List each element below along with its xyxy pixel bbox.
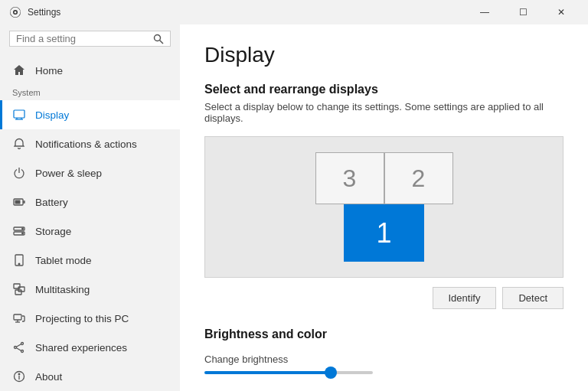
brightness-slider-track[interactable]: [204, 371, 373, 374]
sidebar-item-display[interactable]: Display: [0, 100, 180, 129]
brightness-slider-container[interactable]: [204, 371, 564, 374]
search-icon: [153, 34, 164, 44]
identify-button[interactable]: Identify: [433, 287, 497, 309]
sidebar-item-notifications[interactable]: Notifications & actions: [0, 129, 180, 158]
battery-icon: [12, 195, 26, 209]
projecting-icon: [12, 311, 26, 325]
maximize-button[interactable]: ☐: [505, 3, 541, 21]
sidebar-item-notifications-label: Notifications & actions: [35, 138, 137, 150]
window-controls: — ☐ ✕: [467, 3, 579, 21]
about-icon: [12, 370, 26, 383]
sidebar-item-power[interactable]: Power & sleep: [0, 158, 180, 187]
svg-rect-14: [14, 284, 20, 288]
sidebar-item-home[interactable]: Home: [0, 56, 180, 85]
sidebar-item-multitasking[interactable]: Multitasking: [0, 275, 180, 304]
sidebar-item-display-label: Display: [35, 109, 69, 121]
section1-desc: Select a display below to change its set…: [204, 101, 564, 124]
page-title: Display: [204, 43, 564, 67]
search-input[interactable]: [16, 33, 153, 44]
section1-title: Select and rearrange displays: [204, 83, 564, 96]
svg-rect-7: [15, 200, 21, 204]
svg-point-11: [22, 233, 24, 234]
monitor-arrangement: 3 2 1: [315, 152, 453, 262]
sidebar-item-multitasking-label: Multitasking: [35, 284, 90, 295]
sidebar-item-battery-label: Battery: [35, 197, 68, 208]
monitor-3[interactable]: 3: [315, 152, 384, 204]
app-body: Home System Display N: [0, 24, 588, 391]
display-preview: 3 2 1: [204, 136, 564, 278]
multitasking-icon: [12, 282, 26, 296]
svg-point-21: [15, 347, 17, 349]
sidebar-item-tablet-label: Tablet mode: [35, 255, 92, 266]
svg-point-13: [18, 263, 20, 265]
svg-point-10: [22, 228, 24, 230]
brightness-section-title: Brightness and color: [204, 327, 564, 341]
sidebar-item-shared-label: Shared experiences: [35, 342, 127, 354]
brightness-label: Change brightness: [204, 354, 564, 365]
sidebar-item-tablet[interactable]: Tablet mode: [0, 246, 180, 275]
svg-rect-17: [14, 314, 21, 320]
sidebar-item-projecting-label: Projecting to this PC: [35, 313, 129, 324]
sidebar-item-projecting[interactable]: Projecting to this PC: [0, 304, 180, 333]
svg-line-1: [160, 40, 164, 44]
svg-rect-2: [14, 110, 24, 118]
title-bar: Settings — ☐ ✕: [0, 0, 588, 24]
sidebar-item-about[interactable]: About: [0, 362, 180, 391]
shared-icon: [12, 340, 26, 354]
sidebar-item-storage-label: Storage: [35, 226, 71, 237]
svg-point-27: [18, 373, 20, 375]
window-title: Settings: [28, 7, 467, 18]
monitors-top-row: 3 2: [315, 152, 453, 204]
notifications-icon: [12, 137, 26, 151]
tablet-icon: [12, 253, 26, 267]
sidebar-item-battery[interactable]: Battery: [0, 187, 180, 217]
minimize-button[interactable]: —: [467, 3, 502, 21]
monitor-2[interactable]: 2: [384, 152, 453, 204]
sidebar-item-about-label: About: [35, 371, 62, 383]
search-box[interactable]: [9, 31, 171, 47]
storage-icon: [12, 224, 26, 238]
svg-point-0: [155, 34, 161, 41]
svg-point-20: [21, 343, 24, 345]
close-button[interactable]: ✕: [544, 3, 579, 21]
sidebar-item-shared[interactable]: Shared experiences: [0, 333, 180, 362]
main-content: Display Select and rearrange displays Se…: [180, 24, 588, 391]
power-icon: [12, 166, 26, 180]
svg-line-23: [17, 344, 21, 347]
monitor-1-primary[interactable]: 1: [344, 204, 424, 262]
brightness-slider-thumb[interactable]: [325, 367, 337, 379]
display-icon: [12, 108, 26, 122]
sidebar-section-system: System: [0, 85, 180, 100]
settings-icon: [9, 6, 21, 18]
sidebar-item-power-label: Power & sleep: [35, 168, 102, 179]
sidebar: Home System Display N: [0, 24, 180, 391]
display-buttons: Identify Detect: [204, 287, 564, 309]
sidebar-item-storage[interactable]: Storage: [0, 217, 180, 246]
home-icon: [12, 64, 26, 77]
svg-line-24: [17, 348, 21, 350]
detect-button[interactable]: Detect: [502, 287, 564, 309]
svg-point-22: [21, 350, 24, 353]
sidebar-item-home-label: Home: [35, 65, 63, 77]
